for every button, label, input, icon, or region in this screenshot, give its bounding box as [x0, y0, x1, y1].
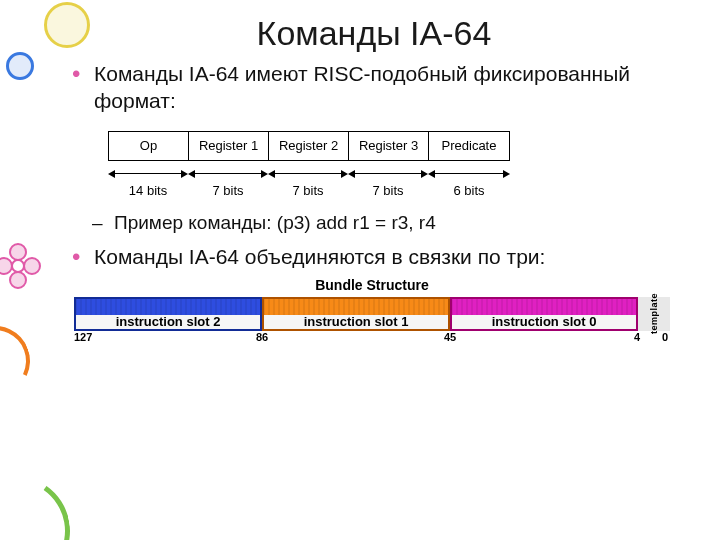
- example-command: Пример команды: (p3) add r1 = r3, r4: [70, 212, 678, 234]
- fmt-cell-register2: Register 2: [268, 132, 348, 160]
- fmt-cell-predicate: Predicate: [428, 132, 510, 160]
- bullet-bundles: Команды IA-64 объединяются в связки по т…: [70, 244, 678, 271]
- bundle-slot-2: instruction slot 2: [74, 297, 262, 331]
- bullet-risc-format: Команды IA-64 имеют RISC-подобный фиксир…: [70, 61, 678, 115]
- bundle-structure-figure: Bundle Structure instruction slot 2 inst…: [74, 277, 670, 331]
- arrow-icon: [188, 169, 268, 179]
- bundle-slot-1-label: instruction slot 1: [264, 315, 448, 329]
- bundle-bit-127: 127: [74, 331, 92, 343]
- bundle-bit-4: 4: [634, 331, 640, 343]
- arrow-icon: [348, 169, 428, 179]
- bundle-bit-86: 86: [256, 331, 268, 343]
- fmt-cell-register3: Register 3: [348, 132, 428, 160]
- bundle-template: template: [638, 297, 670, 331]
- deco-green-swirl: [0, 467, 79, 540]
- bundle-template-label: template: [649, 293, 659, 334]
- fmt-bits-register2: 7 bits: [268, 183, 348, 198]
- arrow-icon: [428, 169, 510, 179]
- fmt-cell-register1: Register 1: [188, 132, 268, 160]
- arrow-icon: [108, 169, 188, 179]
- slide-title: Команды IA-64: [70, 14, 678, 53]
- instruction-format-figure: Op Register 1 Register 2 Register 3 Pred…: [108, 131, 678, 198]
- fmt-bits-register1: 7 bits: [188, 183, 268, 198]
- fmt-bits-op: 14 bits: [108, 183, 188, 198]
- bundle-bit-45: 45: [444, 331, 456, 343]
- fmt-bits-predicate: 6 bits: [428, 183, 510, 198]
- bundle-slot-1: instruction slot 1: [262, 297, 450, 331]
- bundle-title: Bundle Structure: [74, 277, 670, 293]
- bundle-slot-0: instruction slot 0: [450, 297, 638, 331]
- arrow-icon: [268, 169, 348, 179]
- fmt-bits-register3: 7 bits: [348, 183, 428, 198]
- fmt-cell-op: Op: [108, 132, 188, 160]
- bundle-slot-0-label: instruction slot 0: [452, 315, 636, 329]
- bundle-slot-2-label: instruction slot 2: [76, 315, 260, 329]
- bundle-bit-0: 0: [662, 331, 668, 343]
